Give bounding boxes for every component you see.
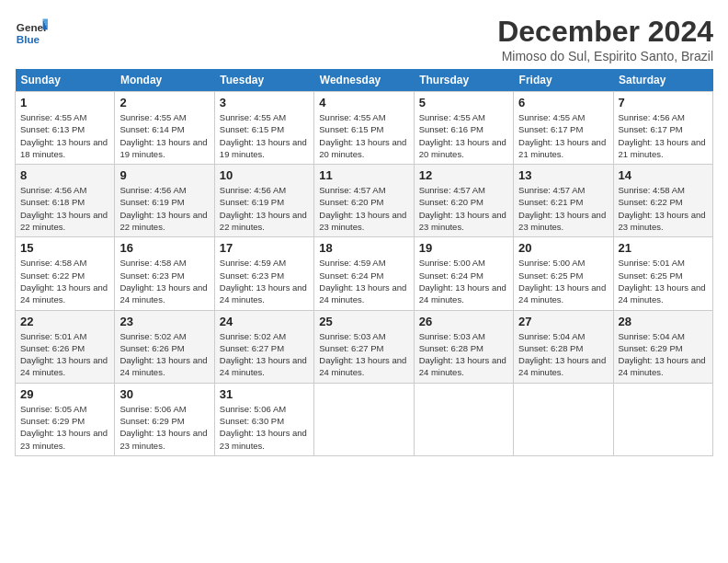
calendar-cell: 2Sunrise: 4:55 AMSunset: 6:14 PMDaylight… <box>115 92 214 165</box>
day-header-monday: Monday <box>115 69 214 92</box>
day-info: Sunrise: 5:00 AMSunset: 6:24 PMDaylight:… <box>419 257 508 305</box>
subtitle: Mimoso do Sul, Espirito Santo, Brazil <box>497 49 713 63</box>
day-info: Sunrise: 5:00 AMSunset: 6:25 PMDaylight:… <box>518 257 608 305</box>
day-info: Sunrise: 4:56 AMSunset: 6:17 PMDaylight:… <box>619 111 708 160</box>
day-header-saturday: Saturday <box>613 69 712 92</box>
day-number: 21 <box>619 241 708 255</box>
day-info: Sunrise: 4:56 AMSunset: 6:19 PMDaylight:… <box>220 184 309 233</box>
day-info: Sunrise: 4:55 AMSunset: 6:13 PMDaylight:… <box>20 111 109 160</box>
day-header-friday: Friday <box>514 69 613 92</box>
calendar-cell: 9Sunrise: 4:56 AMSunset: 6:19 PMDaylight… <box>115 165 214 237</box>
calendar-cell: 19Sunrise: 5:00 AMSunset: 6:24 PMDayligh… <box>414 237 513 310</box>
calendar-cell: 3Sunrise: 4:55 AMSunset: 6:15 PMDaylight… <box>214 92 313 165</box>
logo-icon: General Blue <box>15 15 48 48</box>
calendar-week-1: 1Sunrise: 4:55 AMSunset: 6:13 PMDaylight… <box>16 92 713 165</box>
month-title: December 2024 <box>497 15 713 49</box>
day-info: Sunrise: 4:56 AMSunset: 6:18 PMDaylight:… <box>20 184 109 233</box>
calendar-cell: 8Sunrise: 4:56 AMSunset: 6:18 PMDaylight… <box>16 165 115 237</box>
calendar-table: SundayMondayTuesdayWednesdayThursdayFrid… <box>15 69 713 456</box>
calendar-cell: 23Sunrise: 5:02 AMSunset: 6:26 PMDayligh… <box>115 310 214 383</box>
calendar-cell: 10Sunrise: 4:56 AMSunset: 6:19 PMDayligh… <box>214 165 313 237</box>
calendar-cell: 14Sunrise: 4:58 AMSunset: 6:22 PMDayligh… <box>613 165 712 237</box>
calendar-header-row: SundayMondayTuesdayWednesdayThursdayFrid… <box>16 69 713 92</box>
header: General Blue December 2024 Mimoso do Sul… <box>15 15 713 63</box>
day-number: 1 <box>20 96 109 109</box>
day-number: 17 <box>220 241 309 255</box>
calendar-cell: 12Sunrise: 4:57 AMSunset: 6:20 PMDayligh… <box>414 165 513 237</box>
day-info: Sunrise: 5:04 AMSunset: 6:28 PMDaylight:… <box>518 330 608 379</box>
calendar-week-3: 15Sunrise: 4:58 AMSunset: 6:22 PMDayligh… <box>16 237 713 310</box>
calendar-cell: 7Sunrise: 4:56 AMSunset: 6:17 PMDaylight… <box>613 92 712 165</box>
day-number: 18 <box>319 241 408 255</box>
calendar-cell: 1Sunrise: 4:55 AMSunset: 6:13 PMDaylight… <box>16 92 115 165</box>
day-info: Sunrise: 5:02 AMSunset: 6:27 PMDaylight:… <box>220 330 309 379</box>
day-info: Sunrise: 4:57 AMSunset: 6:20 PMDaylight:… <box>419 184 508 233</box>
calendar-cell: 30Sunrise: 5:06 AMSunset: 6:29 PMDayligh… <box>115 383 214 455</box>
calendar-cell: 25Sunrise: 5:03 AMSunset: 6:27 PMDayligh… <box>314 310 414 383</box>
day-info: Sunrise: 4:58 AMSunset: 6:23 PMDaylight:… <box>119 257 209 305</box>
day-number: 3 <box>220 96 309 109</box>
day-number: 13 <box>518 168 608 182</box>
day-info: Sunrise: 4:55 AMSunset: 6:17 PMDaylight:… <box>518 111 608 160</box>
calendar-cell: 20Sunrise: 5:00 AMSunset: 6:25 PMDayligh… <box>514 237 613 310</box>
day-number: 9 <box>119 168 209 182</box>
calendar-cell: 18Sunrise: 4:59 AMSunset: 6:24 PMDayligh… <box>314 237 414 310</box>
day-info: Sunrise: 5:05 AMSunset: 6:29 PMDaylight:… <box>20 403 109 452</box>
day-info: Sunrise: 5:01 AMSunset: 6:25 PMDaylight:… <box>619 257 708 305</box>
day-header-tuesday: Tuesday <box>214 69 313 92</box>
day-number: 19 <box>419 241 508 255</box>
calendar-cell: 13Sunrise: 4:57 AMSunset: 6:21 PMDayligh… <box>514 165 613 237</box>
day-header-thursday: Thursday <box>414 69 513 92</box>
calendar-cell: 4Sunrise: 4:55 AMSunset: 6:15 PMDaylight… <box>314 92 414 165</box>
day-number: 26 <box>419 315 508 328</box>
calendar-cell <box>613 383 712 455</box>
day-info: Sunrise: 5:01 AMSunset: 6:26 PMDaylight:… <box>20 330 109 379</box>
calendar-cell: 21Sunrise: 5:01 AMSunset: 6:25 PMDayligh… <box>613 237 712 310</box>
day-info: Sunrise: 4:56 AMSunset: 6:19 PMDaylight:… <box>119 184 209 233</box>
day-number: 7 <box>619 96 708 109</box>
day-number: 29 <box>20 387 109 401</box>
day-info: Sunrise: 4:55 AMSunset: 6:14 PMDaylight:… <box>119 111 209 160</box>
calendar-cell <box>414 383 513 455</box>
day-number: 4 <box>319 96 408 109</box>
day-info: Sunrise: 5:06 AMSunset: 6:29 PMDaylight:… <box>119 403 209 452</box>
calendar-week-5: 29Sunrise: 5:05 AMSunset: 6:29 PMDayligh… <box>16 383 713 455</box>
calendar-cell: 5Sunrise: 4:55 AMSunset: 6:16 PMDaylight… <box>414 92 513 165</box>
day-number: 5 <box>419 96 508 109</box>
day-info: Sunrise: 5:03 AMSunset: 6:28 PMDaylight:… <box>419 330 508 379</box>
day-number: 23 <box>119 315 209 328</box>
calendar-cell: 17Sunrise: 4:59 AMSunset: 6:23 PMDayligh… <box>214 237 313 310</box>
calendar-cell: 15Sunrise: 4:58 AMSunset: 6:22 PMDayligh… <box>16 237 115 310</box>
day-number: 20 <box>518 241 608 255</box>
day-info: Sunrise: 4:58 AMSunset: 6:22 PMDaylight:… <box>20 257 109 305</box>
day-info: Sunrise: 4:59 AMSunset: 6:24 PMDaylight:… <box>319 257 408 305</box>
day-number: 10 <box>220 168 309 182</box>
calendar-week-4: 22Sunrise: 5:01 AMSunset: 6:26 PMDayligh… <box>16 310 713 383</box>
day-info: Sunrise: 5:04 AMSunset: 6:29 PMDaylight:… <box>619 330 708 379</box>
day-number: 15 <box>20 241 109 255</box>
calendar-cell: 27Sunrise: 5:04 AMSunset: 6:28 PMDayligh… <box>514 310 613 383</box>
calendar-cell: 29Sunrise: 5:05 AMSunset: 6:29 PMDayligh… <box>16 383 115 455</box>
day-number: 22 <box>20 315 109 328</box>
day-info: Sunrise: 4:55 AMSunset: 6:15 PMDaylight:… <box>220 111 309 160</box>
day-header-sunday: Sunday <box>16 69 115 92</box>
calendar-cell: 6Sunrise: 4:55 AMSunset: 6:17 PMDaylight… <box>514 92 613 165</box>
calendar-cell: 11Sunrise: 4:57 AMSunset: 6:20 PMDayligh… <box>314 165 414 237</box>
calendar-week-2: 8Sunrise: 4:56 AMSunset: 6:18 PMDaylight… <box>16 165 713 237</box>
calendar-cell <box>514 383 613 455</box>
day-info: Sunrise: 5:06 AMSunset: 6:30 PMDaylight:… <box>220 403 309 452</box>
day-info: Sunrise: 4:55 AMSunset: 6:16 PMDaylight:… <box>419 111 508 160</box>
day-number: 6 <box>518 96 608 109</box>
day-number: 31 <box>220 387 309 401</box>
calendar-cell: 31Sunrise: 5:06 AMSunset: 6:30 PMDayligh… <box>214 383 313 455</box>
day-number: 16 <box>119 241 209 255</box>
day-info: Sunrise: 4:59 AMSunset: 6:23 PMDaylight:… <box>220 257 309 305</box>
day-info: Sunrise: 5:03 AMSunset: 6:27 PMDaylight:… <box>319 330 408 379</box>
day-number: 14 <box>619 168 708 182</box>
calendar-cell: 28Sunrise: 5:04 AMSunset: 6:29 PMDayligh… <box>613 310 712 383</box>
svg-text:Blue: Blue <box>17 33 40 45</box>
logo: General Blue <box>15 15 48 48</box>
calendar-body: 1Sunrise: 4:55 AMSunset: 6:13 PMDaylight… <box>16 92 713 456</box>
day-info: Sunrise: 4:57 AMSunset: 6:20 PMDaylight:… <box>319 184 408 233</box>
calendar-cell: 22Sunrise: 5:01 AMSunset: 6:26 PMDayligh… <box>16 310 115 383</box>
